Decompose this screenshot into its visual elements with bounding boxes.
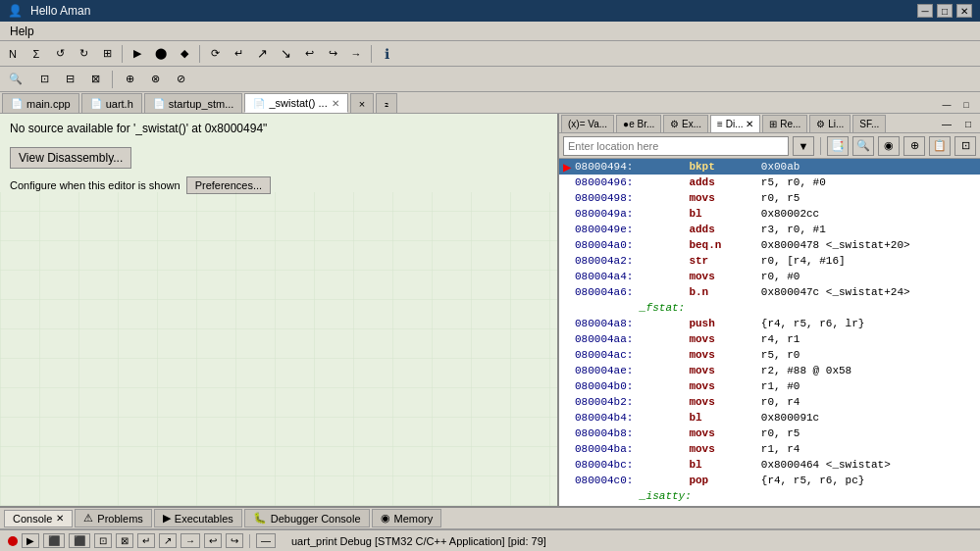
loc-btn-6[interactable]: ⊡ bbox=[954, 136, 976, 156]
disasm-row: 080004c0: pop {r4, r5, r6, pc} bbox=[559, 473, 980, 488]
tb-layers2[interactable]: ⊟ bbox=[59, 69, 80, 90]
tb-layers1[interactable]: ⊡ bbox=[33, 69, 55, 90]
disasm-row: 080004ac: movs r5, r0 bbox=[559, 347, 980, 363]
btab-problems[interactable]: ⚠ Problems bbox=[75, 509, 151, 527]
tb-new[interactable]: N bbox=[2, 43, 24, 65]
debug-btn-9[interactable]: ↪ bbox=[226, 533, 243, 548]
close-button[interactable]: ✕ bbox=[956, 4, 972, 18]
debug-btn-5[interactable]: ↵ bbox=[137, 533, 155, 548]
row-ops-3: 0x80002cc bbox=[742, 208, 819, 220]
tab-expand-icon[interactable]: □ bbox=[958, 97, 974, 113]
maximize-button[interactable]: □ bbox=[937, 4, 953, 18]
tb-grid[interactable]: ⊞ bbox=[96, 43, 118, 65]
minimize-button[interactable]: ─ bbox=[917, 4, 933, 18]
rp-minimize-btn[interactable]: — bbox=[937, 115, 956, 132]
btab-icon-debugger: 🐛 bbox=[253, 512, 267, 525]
rp-expand-btn[interactable]: □ bbox=[958, 115, 978, 132]
tab-uart-h[interactable]: 📄 uart.h bbox=[81, 93, 142, 113]
rptab-breakpoints[interactable]: ●e Br... bbox=[616, 115, 661, 132]
tab-main-cpp[interactable]: 📄 main.cpp bbox=[2, 93, 79, 113]
rptab-registers[interactable]: ⊞ Re... bbox=[762, 115, 807, 132]
btab-console[interactable]: Console ✕ bbox=[4, 510, 73, 527]
debug-btn-stop1[interactable]: ⬛ bbox=[43, 533, 65, 548]
row-ops-18: r1, r4 bbox=[742, 443, 799, 455]
loc-btn-4[interactable]: ⊕ bbox=[903, 136, 925, 156]
btab-close-console[interactable]: ✕ bbox=[56, 513, 64, 524]
location-dropdown-btn[interactable]: ▼ bbox=[793, 136, 814, 156]
tb-tool3[interactable]: ⊘ bbox=[170, 69, 191, 90]
row-addr-11: 080004aa: bbox=[575, 333, 663, 345]
debug-btn-close[interactable]: — bbox=[256, 533, 276, 548]
rptab-listing[interactable]: ⚙ Li... bbox=[809, 115, 851, 132]
tb-step-into[interactable]: ↘ bbox=[275, 43, 296, 65]
tab-startup[interactable]: 📄 startup_stm... bbox=[144, 93, 243, 113]
loc-btn-5[interactable]: 📋 bbox=[929, 136, 951, 156]
rptab-label-variables: (x)= Va... bbox=[568, 119, 607, 129]
btab-debugger-console[interactable]: 🐛 Debugger Console bbox=[244, 509, 370, 527]
tb-refresh1[interactable]: ↺ bbox=[49, 43, 71, 65]
rptab-variables[interactable]: (x)= Va... bbox=[561, 115, 614, 132]
row-arrow-21 bbox=[563, 488, 575, 504]
debug-btn-3[interactable]: ⊡ bbox=[94, 533, 112, 548]
row-ops-0: 0x00ab bbox=[742, 161, 799, 173]
separator-2 bbox=[199, 45, 200, 63]
btab-memory[interactable]: ◉ Memory bbox=[372, 509, 442, 527]
tb-sum[interactable]: Σ bbox=[26, 43, 47, 65]
tab-close-all[interactable]: × bbox=[350, 93, 374, 113]
tb-step-over[interactable]: ↗ bbox=[251, 43, 273, 65]
tb-tool2[interactable]: ⊗ bbox=[144, 69, 166, 90]
tb-reload[interactable]: ⟳ bbox=[204, 43, 226, 65]
tb-next[interactable]: → bbox=[345, 43, 367, 65]
tab-minimize-icon[interactable]: — bbox=[939, 97, 954, 113]
row-addr-20: 080004c0: bbox=[575, 475, 663, 486]
watermark-bg bbox=[0, 192, 557, 506]
row-ops-2: r0, r5 bbox=[742, 192, 799, 204]
debug-btn-7[interactable]: → bbox=[181, 533, 200, 548]
tb-info[interactable]: ℹ bbox=[376, 43, 397, 65]
row-addr-8: 080004a6: bbox=[575, 286, 663, 298]
tb-tool1[interactable]: ⊕ bbox=[119, 69, 140, 90]
btab-icon-memory: ◉ bbox=[381, 512, 390, 525]
loc-btn-3[interactable]: ◉ bbox=[878, 136, 900, 156]
tb-enter[interactable]: ↵ bbox=[228, 43, 249, 65]
btab-executables[interactable]: ▶ Executables bbox=[154, 509, 242, 527]
rptab-close-disasm[interactable]: ✕ bbox=[746, 119, 753, 129]
tab-subscript2[interactable]: ₂ bbox=[376, 93, 397, 113]
btab-icon-executables: ▶ bbox=[163, 512, 171, 525]
row-mnem-2: movs bbox=[663, 192, 742, 204]
tb-return[interactable]: ↩ bbox=[298, 43, 320, 65]
tb-search[interactable]: 🔍 bbox=[2, 69, 29, 90]
separator-1 bbox=[122, 45, 123, 63]
tab-close-swistat[interactable]: ✕ bbox=[332, 98, 339, 109]
row-addr-17: 080004b8: bbox=[575, 427, 663, 439]
row-mnem-6: str bbox=[663, 255, 742, 267]
disasm-row: 080004bc: bl 0x8000464 <_swistat> bbox=[559, 457, 980, 473]
row-addr-15: 080004b2: bbox=[575, 396, 663, 408]
debug-btn-4[interactable]: ⊠ bbox=[116, 533, 133, 548]
debug-btn-6[interactable]: ↗ bbox=[159, 533, 177, 548]
debug-btn-stop2[interactable]: ⬛ bbox=[69, 533, 90, 548]
btab-label-memory: Memory bbox=[394, 513, 434, 525]
rptab-expressions[interactable]: ⚙ Ex... bbox=[663, 115, 708, 132]
loc-btn-2[interactable]: 🔍 bbox=[852, 136, 874, 156]
tab-swistat[interactable]: 📄 _swistat() ... ✕ bbox=[244, 93, 347, 113]
tab-icon-swistat: 📄 bbox=[253, 98, 265, 109]
view-disassembly-button[interactable]: View Disassembly... bbox=[10, 147, 131, 169]
rptab-sf[interactable]: SF... bbox=[852, 115, 886, 132]
tb-refresh2[interactable]: ↻ bbox=[73, 43, 94, 65]
rptab-disassembly[interactable]: ≡ Di... ✕ bbox=[710, 115, 760, 132]
tb-build[interactable]: ◆ bbox=[174, 43, 195, 65]
btab-label-problems: Problems bbox=[97, 513, 142, 525]
debug-btn-play[interactable]: ▶ bbox=[22, 533, 39, 548]
tb-run[interactable]: ▶ bbox=[127, 43, 148, 65]
debug-btn-8[interactable]: ↩ bbox=[204, 533, 222, 548]
tb-dot[interactable]: ⬤ bbox=[150, 43, 172, 65]
menu-help[interactable]: Help bbox=[4, 23, 40, 40]
left-editor-panel: No source available for '_swistat()' at … bbox=[0, 114, 559, 506]
tb-redo[interactable]: ↪ bbox=[322, 43, 343, 65]
loc-btn-1[interactable]: 📑 bbox=[827, 136, 849, 156]
location-input[interactable] bbox=[563, 136, 789, 156]
tab-label-main: main.cpp bbox=[26, 98, 71, 110]
tb-layers3[interactable]: ⊠ bbox=[84, 69, 106, 90]
tab-label-sub2: ₂ bbox=[385, 97, 388, 110]
